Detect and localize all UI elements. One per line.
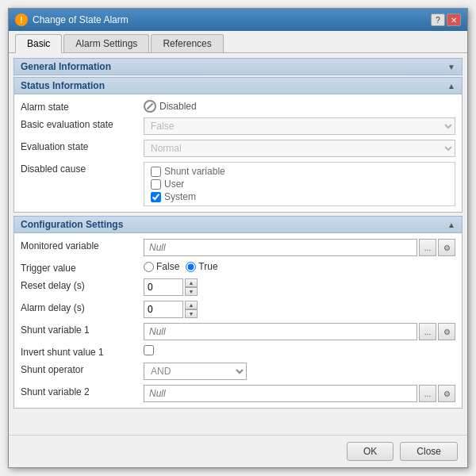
eval-state-select[interactable]: Normal — [144, 140, 455, 157]
title-bar-buttons: ? ✕ — [431, 13, 461, 26]
ok-button[interactable]: OK — [347, 442, 393, 461]
alarm-delay-spinners: ▲ ▼ — [185, 301, 198, 318]
disabled-cause-row: Disabled cause Shunt variable User — [14, 159, 462, 209]
alarm-state-label: Alarm state — [21, 100, 144, 113]
scroll-content: General Information ▼ Status Information… — [9, 53, 467, 435]
alarm-delay-label: Alarm delay (s) — [21, 301, 144, 313]
dialog-footer: OK Close — [9, 435, 467, 467]
shunt-variable1-field: ... ⚙ — [144, 323, 455, 340]
tab-alarm-settings[interactable]: Alarm Settings — [63, 34, 149, 52]
shunt-variable2-row: Shunt variable 2 ... ⚙ — [14, 382, 462, 405]
tabs-bar: Basic Alarm Settings References — [9, 31, 467, 53]
trigger-false-item[interactable]: False — [144, 261, 179, 272]
shunt-variable2-label: Shunt variable 2 — [21, 385, 144, 397]
trigger-value-row: Trigger value False True — [14, 259, 462, 276]
user-label: User — [164, 178, 184, 190]
tab-references[interactable]: References — [151, 34, 223, 52]
help-button[interactable]: ? — [431, 13, 445, 26]
shunt-operator-field: AND OR — [144, 363, 455, 380]
config-settings-header[interactable]: Configuration Settings ▲ — [13, 216, 463, 233]
alarm-delay-up-btn[interactable]: ▲ — [185, 301, 198, 309]
eval-state-label: Evaluation state — [21, 140, 144, 152]
monitored-variable-input[interactable] — [144, 239, 417, 256]
reset-delay-spinners: ▲ ▼ — [185, 278, 198, 296]
monitored-variable-field: ... ⚙ — [144, 239, 455, 256]
alarm-state-value: Disabled — [144, 100, 455, 113]
user-checkbox[interactable] — [151, 179, 161, 190]
tab-basic[interactable]: Basic — [15, 34, 62, 53]
title-bar-left: ! Change of State Alarm — [15, 13, 129, 26]
general-information-header[interactable]: General Information ▼ — [13, 58, 463, 75]
alarm-state-row: Alarm state Disabled — [14, 98, 462, 115]
close-button[interactable]: Close — [400, 442, 458, 461]
shunt-variable1-input[interactable] — [144, 323, 417, 340]
shunt-operator-row: Shunt operator AND OR — [14, 360, 462, 382]
basic-eval-state-label: Basic evaluation state — [21, 117, 144, 130]
trigger-false-radio[interactable] — [144, 262, 154, 272]
status-information-label: Status Information — [21, 80, 105, 91]
config-settings-collapse[interactable]: ▲ — [447, 221, 455, 229]
disabled-cause-label: Disabled cause — [21, 162, 144, 175]
disabled-icon — [144, 100, 156, 113]
alarm-icon: ! — [15, 13, 28, 26]
trigger-true-item[interactable]: True — [186, 261, 217, 272]
trigger-true-radio[interactable] — [186, 262, 196, 272]
shunt-variable-label: Shunt variable — [164, 166, 225, 177]
trigger-value-label: Trigger value — [21, 261, 144, 274]
status-information-body: Alarm state Disabled Basic evaluation st… — [13, 94, 463, 213]
shunt-variable2-gear-btn[interactable]: ⚙ — [438, 385, 455, 402]
monitored-variable-gear-btn[interactable]: ⚙ — [438, 239, 455, 256]
shunt-variable2-field: ... ⚙ — [144, 385, 455, 402]
shunt-variable2-input[interactable] — [144, 385, 417, 402]
shunt-variable-checkbox-item[interactable]: Shunt variable — [151, 166, 448, 177]
shunt-variable1-ellipsis-btn[interactable]: ... — [419, 323, 436, 340]
shunt-variable2-ellipsis-btn[interactable]: ... — [419, 385, 436, 402]
dialog: ! Change of State Alarm ? ✕ Basic Alarm … — [8, 8, 468, 468]
reset-delay-row: Reset delay (s) ▲ ▼ — [14, 276, 462, 298]
shunt-variable1-row: Shunt variable 1 ... ⚙ — [14, 321, 462, 343]
system-checkbox[interactable] — [151, 192, 161, 202]
shunt-operator-select[interactable]: AND OR — [144, 363, 247, 380]
disabled-cause-checkboxes: Shunt variable User System — [144, 162, 455, 206]
shunt-variable1-label: Shunt variable 1 — [21, 323, 144, 336]
trigger-value-radios: False True — [144, 261, 455, 272]
shunt-variable-checkbox[interactable] — [151, 167, 161, 177]
reset-delay-label: Reset delay (s) — [21, 278, 144, 291]
content-area: General Information ▼ Status Information… — [9, 53, 467, 435]
disabled-cause-group: Shunt variable User System — [144, 162, 455, 206]
system-checkbox-item[interactable]: System — [151, 191, 448, 202]
trigger-true-label: True — [198, 261, 217, 272]
eval-state-value: Normal — [144, 140, 455, 157]
user-checkbox-item[interactable]: User — [151, 178, 448, 190]
status-information-header[interactable]: Status Information ▲ — [13, 77, 463, 94]
general-information-label: General Information — [21, 61, 111, 72]
system-label: System — [164, 191, 196, 202]
reset-delay-input[interactable] — [144, 278, 183, 296]
invert-shunt1-checkbox[interactable] — [144, 345, 154, 355]
monitored-variable-ellipsis-btn[interactable]: ... — [419, 239, 436, 256]
alarm-state-text: Disabled — [159, 101, 197, 112]
trigger-false-label: False — [156, 261, 179, 272]
monitored-variable-row: Monitored variable ... ⚙ — [14, 236, 462, 259]
shunt-variable1-gear-btn[interactable]: ⚙ — [438, 323, 455, 340]
general-information-collapse[interactable]: ▼ — [447, 63, 455, 71]
invert-shunt1-field — [144, 345, 455, 358]
invert-shunt1-label: Invert shunt value 1 — [21, 345, 144, 358]
reset-delay-field: ▲ ▼ — [144, 278, 455, 296]
eval-state-row: Evaluation state Normal — [14, 137, 462, 159]
title-bar: ! Change of State Alarm ? ✕ — [9, 9, 467, 31]
alarm-delay-row: Alarm delay (s) ▲ ▼ — [14, 298, 462, 321]
alarm-delay-down-btn[interactable]: ▼ — [185, 309, 198, 318]
basic-eval-state-row: Basic evaluation state False — [14, 115, 462, 137]
status-information-collapse[interactable]: ▲ — [447, 82, 455, 90]
config-settings-body: Monitored variable ... ⚙ Trigger value F… — [13, 233, 463, 409]
reset-delay-down-btn[interactable]: ▼ — [185, 287, 198, 296]
basic-eval-state-select[interactable]: False — [144, 117, 455, 135]
reset-delay-up-btn[interactable]: ▲ — [185, 278, 198, 287]
alarm-delay-input[interactable] — [144, 301, 183, 318]
config-settings-label: Configuration Settings — [21, 219, 123, 230]
window-close-button[interactable]: ✕ — [447, 13, 461, 26]
alarm-delay-field: ▲ ▼ — [144, 301, 455, 318]
shunt-operator-label: Shunt operator — [21, 363, 144, 375]
dialog-title: Change of State Alarm — [33, 14, 129, 25]
